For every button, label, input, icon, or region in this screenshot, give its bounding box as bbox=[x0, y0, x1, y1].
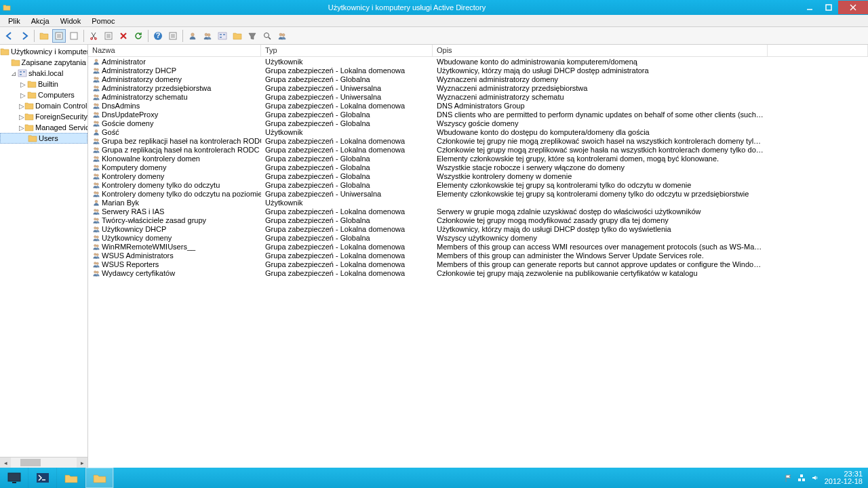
taskbar-powershell[interactable] bbox=[28, 468, 57, 488]
list-item[interactable]: Administratorzy schematuGrupa zabezpiecz… bbox=[88, 92, 868, 101]
list-item[interactable]: Wydawcy certyfikatówGrupa zabezpieczeń -… bbox=[88, 268, 868, 277]
tray-clock[interactable]: 23:31 2012-12-18 bbox=[825, 470, 863, 485]
list-item[interactable]: Komputery domenyGrupa zabezpieczeń - Glo… bbox=[88, 163, 868, 171]
volume-icon[interactable] bbox=[811, 474, 819, 482]
find-computer-button[interactable] bbox=[216, 29, 229, 43]
export-button[interactable] bbox=[166, 29, 180, 43]
taskbar-server-manager[interactable] bbox=[0, 468, 28, 488]
list-item[interactable]: Grupa bez replikacji haseł na kontrolera… bbox=[88, 136, 868, 145]
list-item[interactable]: Kontrolery domeny tylko do odczytuGrupa … bbox=[88, 180, 868, 189]
tree-root[interactable]: Użytkownicy i komputery usługi bbox=[0, 46, 87, 57]
tree-node[interactable]: ▷ForeignSecurityPrincipals bbox=[0, 111, 87, 122]
list-item[interactable]: WinRMRemoteWMIUsers__Grupa zabezpieczeń … bbox=[88, 242, 868, 251]
find-group-button[interactable] bbox=[201, 29, 214, 43]
row-type: Grupa zabezpieczeń - Lokalna domenowa bbox=[261, 137, 433, 145]
main-area: Użytkownicy i komputery usługiZapisane z… bbox=[0, 45, 868, 468]
row-name: Marian Byk bbox=[102, 199, 139, 207]
tree-node[interactable]: ▷Builtin bbox=[0, 79, 87, 89]
menu-akcja[interactable]: Akcja bbox=[26, 16, 55, 26]
network-icon[interactable] bbox=[797, 474, 806, 482]
list-item[interactable]: AdministratorUżytkownikWbudowane konto d… bbox=[88, 57, 868, 66]
taskbar-explorer[interactable] bbox=[57, 468, 85, 488]
row-name: Serwery RAS i IAS bbox=[102, 207, 164, 216]
svg-rect-19 bbox=[71, 33, 77, 39]
column-opis[interactable]: Opis bbox=[433, 45, 768, 56]
row-desc: Wszystkie kontrolery domeny w domenie bbox=[433, 172, 768, 180]
row-type: Grupa zabezpieczeń - Globalna bbox=[261, 75, 433, 83]
list-item[interactable]: Twórcy-właściciele zasad grupyGrupa zabe… bbox=[88, 216, 868, 224]
close-button[interactable] bbox=[838, 1, 868, 14]
list-item[interactable]: Administratorzy DHCPGrupa zabezpieczeń -… bbox=[88, 66, 868, 75]
row-desc: Członkowie tej grupy mają zezwolenie na … bbox=[433, 269, 768, 277]
add-query-button[interactable] bbox=[275, 29, 289, 43]
list-item[interactable]: WSUS ReportersGrupa zabezpieczeń - Lokal… bbox=[88, 260, 868, 268]
taskbar: 23:31 2012-12-18 bbox=[0, 468, 868, 488]
row-name: Kontrolery domeny tylko do odczytu bbox=[102, 181, 220, 189]
minimize-button[interactable] bbox=[800, 1, 819, 14]
maximize-button[interactable] bbox=[819, 1, 838, 14]
filter-button[interactable] bbox=[245, 29, 259, 43]
row-desc: Wbudowane konto do administrowania kompu… bbox=[433, 58, 768, 66]
menu-plik[interactable]: Plik bbox=[3, 16, 26, 26]
flag-icon[interactable] bbox=[784, 474, 792, 482]
column-nazwa[interactable]: Nazwa bbox=[88, 45, 261, 56]
find-user-button[interactable] bbox=[186, 29, 199, 43]
list-item[interactable]: GośćUżytkownikWbudowane konto do dostępu… bbox=[88, 127, 868, 136]
list-item[interactable]: Kontrolery domeny tylko do odczytu na po… bbox=[88, 189, 868, 198]
list-item[interactable]: Administratorzy przedsiębiorstwaGrupa za… bbox=[88, 83, 868, 92]
menu-widok[interactable]: Widok bbox=[55, 16, 87, 26]
row-name: Twórcy-właściciele zasad grupy bbox=[102, 216, 206, 224]
list-item[interactable]: WSUS AdministratorsGrupa zabezpieczeń - … bbox=[88, 251, 868, 260]
list-item[interactable]: Użytkownicy domenyGrupa zabezpieczeń - G… bbox=[88, 233, 868, 242]
list-item[interactable]: Serwery RAS i IASGrupa zabezpieczeń - Lo… bbox=[88, 207, 868, 216]
help-button[interactable] bbox=[151, 29, 165, 43]
user-icon bbox=[92, 128, 100, 136]
delete2-button[interactable] bbox=[117, 29, 130, 43]
tree-node[interactable]: ▷Domain Controllers bbox=[0, 100, 87, 111]
list-item[interactable]: Użytkownicy DHCPGrupa zabezpieczeń - Lok… bbox=[88, 224, 868, 233]
find-ou-button[interactable] bbox=[231, 29, 244, 43]
row-type: Grupa zabezpieczeń - Globalna bbox=[261, 163, 433, 171]
tree-node[interactable]: ⊿shaki.local bbox=[0, 68, 87, 79]
taskbar-aduc[interactable] bbox=[85, 468, 114, 488]
new-container-button[interactable] bbox=[37, 29, 51, 43]
list-item[interactable]: Marian BykUżytkownik bbox=[88, 198, 868, 207]
group-icon bbox=[92, 163, 100, 171]
refresh-button[interactable] bbox=[132, 29, 145, 43]
list-item[interactable]: Grupa z replikacją haseł na kontrolerach… bbox=[88, 145, 868, 154]
group-icon bbox=[92, 66, 100, 75]
list-item[interactable]: Kontrolery domenyGrupa zabezpieczeń - Gl… bbox=[88, 171, 868, 180]
list-item[interactable]: DnsAdminsGrupa zabezpieczeń - Lokalna do… bbox=[88, 101, 868, 110]
group-icon bbox=[92, 260, 100, 268]
row-name: Kontrolery domeny bbox=[102, 172, 164, 180]
search-button[interactable] bbox=[260, 29, 274, 43]
svg-rect-23 bbox=[12, 482, 16, 483]
back-button[interactable] bbox=[3, 29, 16, 43]
row-desc: Wszyscy goście domeny bbox=[433, 119, 768, 127]
tree-node[interactable]: Zapisane zapytania bbox=[0, 57, 87, 68]
row-name: Gość bbox=[102, 128, 119, 136]
svg-rect-26 bbox=[802, 479, 805, 481]
menu-pomoc[interactable]: Pomoc bbox=[86, 16, 120, 26]
row-name: Użytkownicy DHCP bbox=[102, 225, 166, 233]
cut-button[interactable] bbox=[87, 29, 100, 43]
scroll-right-icon[interactable]: ▸ bbox=[77, 458, 87, 468]
tree-node[interactable]: ▷Computers bbox=[0, 89, 87, 100]
details-view-button[interactable] bbox=[52, 29, 66, 43]
scroll-thumb[interactable] bbox=[20, 459, 41, 466]
list-item[interactable]: Administratorzy domenyGrupa zabezpieczeń… bbox=[88, 75, 868, 83]
delete-button[interactable] bbox=[67, 29, 81, 43]
column-typ[interactable]: Typ bbox=[261, 45, 433, 56]
properties-button[interactable] bbox=[102, 29, 115, 43]
row-desc: Wbudowane konto do dostępu do komputera/… bbox=[433, 128, 768, 136]
tree-node[interactable]: ▷Managed Service Accounts bbox=[0, 122, 87, 133]
list-item[interactable]: Goście domenyGrupa zabezpieczeń - Global… bbox=[88, 119, 868, 127]
tree-horizontal-scrollbar[interactable]: ◂ ▸ bbox=[0, 457, 87, 468]
scroll-left-icon[interactable]: ◂ bbox=[0, 458, 11, 468]
list-item[interactable]: DnsUpdateProxyGrupa zabezpieczeń - Globa… bbox=[88, 110, 868, 119]
tree-node[interactable]: Users bbox=[0, 133, 87, 144]
list-item[interactable]: Klonowalne kontrolery domenGrupa zabezpi… bbox=[88, 154, 868, 163]
tree-pane[interactable]: Użytkownicy i komputery usługiZapisane z… bbox=[0, 45, 88, 468]
group-icon bbox=[92, 190, 100, 198]
forward-button[interactable] bbox=[18, 29, 31, 43]
